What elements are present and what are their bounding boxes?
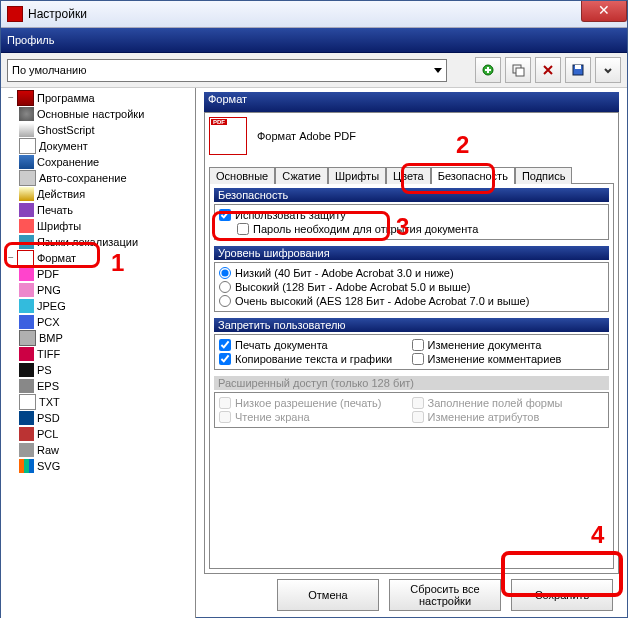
tree-item[interactable]: Документ xyxy=(1,138,195,154)
ps-icon xyxy=(19,363,34,377)
more-button[interactable] xyxy=(595,57,621,83)
deny-moddoc-checkbox[interactable]: Изменение документа xyxy=(412,338,605,352)
use-protection-checkbox[interactable]: Использовать защиту xyxy=(219,208,604,222)
doc-icon xyxy=(19,138,36,154)
nav-tree[interactable]: −Программа Основные настройки GhostScrip… xyxy=(1,88,196,618)
bmp-icon xyxy=(19,330,36,346)
tab-signature[interactable]: Подпись xyxy=(515,167,573,184)
tree-item[interactable]: Сохранение xyxy=(1,154,195,170)
tree-format-item[interactable]: Raw xyxy=(1,442,195,458)
ext-lowres-checkbox: Низкое разрешение (печать) xyxy=(219,396,412,410)
copy-profile-button[interactable] xyxy=(505,57,531,83)
tree-item[interactable]: Шрифты xyxy=(1,218,195,234)
tree-item[interactable]: Основные настройки xyxy=(1,106,195,122)
deny-group: Печать документа Изменение документа Коп… xyxy=(214,334,609,370)
chevron-down-icon xyxy=(434,68,442,73)
tree-format-item[interactable]: EPS xyxy=(1,378,195,394)
reset-button[interactable]: Сбросить все настройки xyxy=(389,579,501,611)
jpeg-icon xyxy=(19,299,34,313)
tree-format-item[interactable]: PDF xyxy=(1,266,195,282)
pdf-icon xyxy=(19,267,34,281)
actions-icon xyxy=(19,187,34,201)
psd-icon xyxy=(19,411,34,425)
deny-modcom-checkbox[interactable]: Изменение комментариев xyxy=(412,352,605,366)
tree-root-program[interactable]: −Программа xyxy=(1,90,195,106)
add-profile-button[interactable] xyxy=(475,57,501,83)
annotation-1: 1 xyxy=(111,249,124,277)
tree-format-item[interactable]: PCX xyxy=(1,314,195,330)
password-required-checkbox[interactable]: Пароль необходим для открытия документа xyxy=(219,222,604,236)
tree-format-item[interactable]: BMP xyxy=(1,330,195,346)
tab-compression[interactable]: Сжатие xyxy=(275,167,328,184)
lang-icon xyxy=(19,235,34,249)
save-icon xyxy=(19,155,34,169)
fonts-icon xyxy=(19,219,34,233)
profile-label: Профиль xyxy=(7,34,55,46)
tab-fonts[interactable]: Шрифты xyxy=(328,167,386,184)
tree-item[interactable]: Печать xyxy=(1,202,195,218)
tree-format-item[interactable]: JPEG xyxy=(1,298,195,314)
format-header: Формат xyxy=(204,92,619,112)
raw-icon xyxy=(19,443,34,457)
security-group-header: Безопасность xyxy=(214,188,609,202)
enc-vhigh-radio[interactable]: Очень высокий (AES 128 Бит - Adobe Acrob… xyxy=(219,294,604,308)
ext-screen-checkbox: Чтение экрана xyxy=(219,410,412,424)
eps-icon xyxy=(19,379,34,393)
annotation-4: 4 xyxy=(591,521,604,549)
footer: Отмена Сбросить все настройки Сохранить xyxy=(204,574,619,616)
gear-icon xyxy=(19,107,34,121)
password-required-input[interactable] xyxy=(237,223,249,235)
svg-rect-4 xyxy=(575,65,581,69)
tree-item[interactable]: Авто-сохранение xyxy=(1,170,195,186)
tree-format-item[interactable]: PCL xyxy=(1,426,195,442)
pcx-icon xyxy=(19,315,34,329)
svg-icon xyxy=(19,459,34,473)
security-group: Использовать защиту Пароль необходим для… xyxy=(214,204,609,240)
main-panel: Формат Формат Adobe PDF Основные Сжатие … xyxy=(196,88,627,618)
tab-security[interactable]: Безопасность xyxy=(431,167,515,184)
enc-low-radio[interactable]: Низкий (40 Бит - Adobe Acrobat 3.0 и ниж… xyxy=(219,266,604,280)
png-icon xyxy=(19,283,34,297)
ext-attr-checkbox: Изменение атрибутов xyxy=(412,410,605,424)
program-icon xyxy=(17,90,34,106)
deny-copy-checkbox[interactable]: Копирование текста и графики xyxy=(219,352,412,366)
tab-colors[interactable]: Цвета xyxy=(386,167,431,184)
app-icon xyxy=(7,6,23,22)
ghost-icon xyxy=(19,123,34,137)
tree-format-item[interactable]: TXT xyxy=(1,394,195,410)
body: −Программа Основные настройки GhostScrip… xyxy=(1,88,627,618)
delete-profile-button[interactable] xyxy=(535,57,561,83)
profile-combo[interactable]: По умолчанию xyxy=(7,59,447,82)
save-profile-button[interactable] xyxy=(565,57,591,83)
tree-format-item[interactable]: PSD xyxy=(1,410,195,426)
deny-group-header: Запретить пользователю xyxy=(214,318,609,332)
tree-item[interactable]: GhostScript xyxy=(1,122,195,138)
ext-group: Низкое разрешение (печать) Заполнение по… xyxy=(214,392,609,428)
tree-item[interactable]: Действия xyxy=(1,186,195,202)
tree-root-format[interactable]: −Формат xyxy=(1,250,195,266)
cancel-button[interactable]: Отмена xyxy=(277,579,379,611)
tab-panel-security: Безопасность Использовать защиту Пароль … xyxy=(209,183,614,569)
deny-print-checkbox[interactable]: Печать документа xyxy=(219,338,412,352)
format-box: Формат Adobe PDF Основные Сжатие Шрифты … xyxy=(204,112,619,574)
tree-format-item[interactable]: PS xyxy=(1,362,195,378)
ext-group-header: Расширенный доступ (только 128 бит) xyxy=(214,376,609,390)
tree-item[interactable]: Языки локализации xyxy=(1,234,195,250)
autosave-icon xyxy=(19,170,36,186)
titlebar: Настройки ✕ xyxy=(1,1,627,28)
encryption-group-header: Уровень шифрования xyxy=(214,246,609,260)
annotation-3: 3 xyxy=(396,213,409,241)
tiff-icon xyxy=(19,347,34,361)
annotation-2: 2 xyxy=(456,131,469,159)
profile-header: Профиль xyxy=(1,28,627,53)
save-button[interactable]: Сохранить xyxy=(511,579,613,611)
tab-basic[interactable]: Основные xyxy=(209,167,275,184)
tree-format-item[interactable]: SVG xyxy=(1,458,195,474)
tree-format-item[interactable]: PNG xyxy=(1,282,195,298)
use-protection-input[interactable] xyxy=(219,209,231,221)
format-icon xyxy=(17,250,34,266)
close-button[interactable]: ✕ xyxy=(581,1,627,22)
settings-window: Настройки ✕ Профиль По умолчанию −Програ… xyxy=(0,0,628,618)
tree-format-item[interactable]: TIFF xyxy=(1,346,195,362)
enc-high-radio[interactable]: Высокий (128 Бит - Adobe Acrobat 5.0 и в… xyxy=(219,280,604,294)
